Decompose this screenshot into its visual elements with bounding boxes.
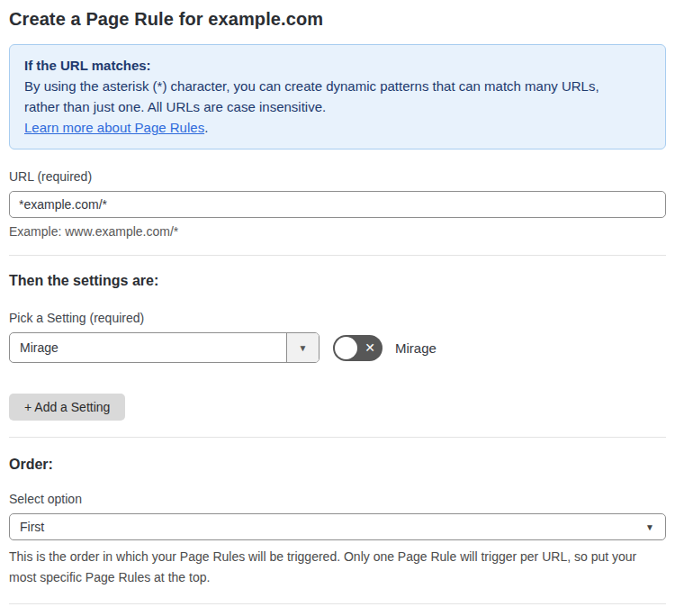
footer-divider (9, 603, 666, 604)
caret-down-icon: ▼ (299, 343, 308, 353)
setting-select[interactable]: Mirage ▼ (9, 332, 320, 363)
url-example-helper: Example: www.example.com/* (9, 224, 666, 239)
order-section-heading: Order: (9, 457, 666, 473)
section-divider (9, 437, 666, 438)
setting-select-value: Mirage (10, 333, 286, 362)
info-box-body-line2: rather than just one. All URLs are case … (24, 96, 651, 117)
page-rule-form: Create a Page Rule for example.com If th… (0, 0, 675, 616)
setting-select-dropdown-button[interactable]: ▼ (286, 333, 319, 362)
select-option-label: Select option (9, 492, 666, 506)
info-box-heading: If the URL matches: (24, 55, 651, 76)
info-box-link-row: Learn more about Page Rules. (24, 117, 651, 138)
setting-row: Mirage ▼ ✕ Mirage (9, 332, 666, 363)
link-period: . (204, 120, 208, 135)
pick-setting-label: Pick a Setting (required) (9, 311, 666, 325)
learn-more-link[interactable]: Learn more about Page Rules (24, 120, 204, 135)
add-setting-button[interactable]: + Add a Setting (9, 394, 125, 421)
section-divider (9, 255, 666, 256)
toggle-label: Mirage (395, 340, 436, 356)
caret-down-icon: ▼ (645, 522, 654, 532)
order-helper-text: This is the order in which your Page Rul… (9, 547, 666, 588)
url-field-label: URL (required) (9, 169, 666, 184)
settings-section-heading: Then the settings are: (9, 273, 666, 289)
url-input[interactable] (9, 191, 666, 218)
toggle-knob (335, 337, 357, 359)
order-select-value: First (20, 520, 44, 534)
url-matches-info-box: If the URL matches: By using the asteris… (9, 44, 666, 149)
order-select[interactable]: First ▼ (9, 513, 666, 540)
mirage-toggle[interactable]: ✕ (333, 335, 382, 361)
toggle-x-icon: ✕ (364, 341, 375, 354)
page-title: Create a Page Rule for example.com (9, 9, 666, 30)
info-box-body-line1: By using the asterisk (*) character, you… (24, 76, 651, 96)
